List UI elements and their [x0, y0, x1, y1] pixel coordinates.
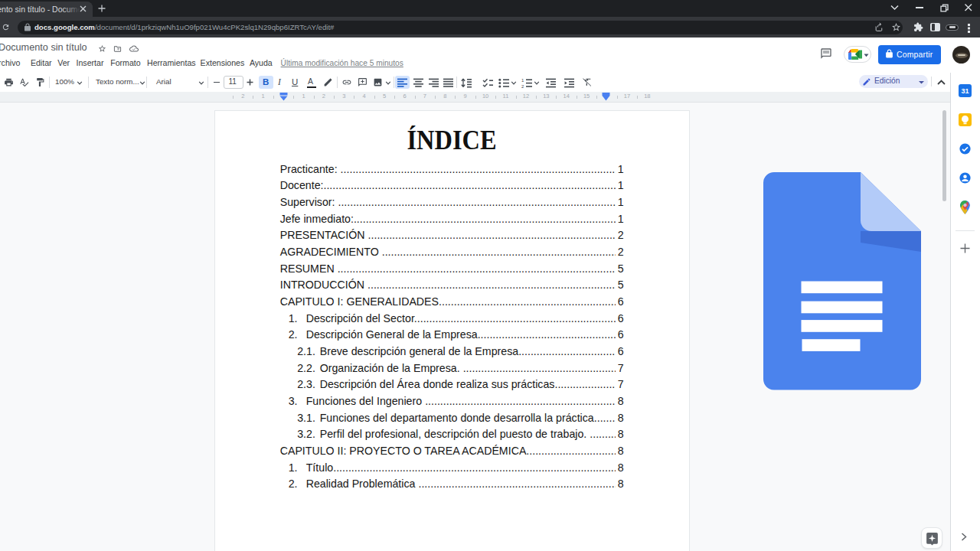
svg-text:1: 1	[521, 78, 524, 83]
svg-text:2: 2	[521, 83, 524, 88]
